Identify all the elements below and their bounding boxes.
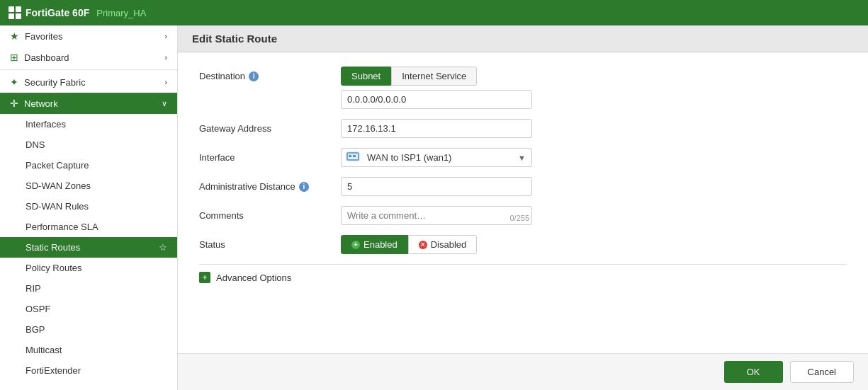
interface-select-wrap[interactable]: WAN to ISP1 (wan1) ▼ bbox=[341, 148, 532, 167]
sidebar-item-multicast[interactable]: Multicast bbox=[0, 340, 177, 360]
sidebar-subitem-label: DNS bbox=[26, 139, 45, 150]
chevron-icon: › bbox=[164, 78, 167, 86]
dashboard-icon: ⊞ bbox=[10, 52, 18, 63]
enabled-button[interactable]: Enabled bbox=[341, 235, 408, 254]
sidebar-item-label: Network bbox=[24, 98, 58, 109]
sidebar-subitem-label: Policy Routes bbox=[26, 263, 81, 273]
sidebar-subitem-label: Packet Capture bbox=[26, 160, 89, 171]
interface-controls: WAN to ISP1 (wan1) ▼ bbox=[341, 148, 532, 167]
comments-controls: 0/255 bbox=[341, 206, 532, 225]
content-header: Edit Static Route bbox=[178, 25, 868, 52]
cancel-button[interactable]: Cancel bbox=[790, 361, 854, 383]
admin-distance-info-icon[interactable]: i bbox=[299, 182, 309, 192]
sidebar-item-static-routes[interactable]: Static Routes ☆ bbox=[0, 237, 177, 258]
internet-service-button[interactable]: Internet Service bbox=[391, 67, 477, 86]
sidebar-item-ospf[interactable]: OSPF bbox=[0, 299, 177, 319]
svg-rect-3 bbox=[353, 155, 356, 157]
network-icon: ✛ bbox=[10, 98, 18, 109]
security-fabric-icon: ✦ bbox=[10, 76, 18, 88]
status-label: Status bbox=[199, 235, 341, 250]
form-area: Destination i Subnet Internet Service Ga… bbox=[178, 52, 868, 353]
sidebar-item-dns[interactable]: DNS bbox=[0, 134, 177, 155]
status-row: Status Enabled Disabled bbox=[199, 235, 847, 254]
interface-row: Interface WAN to ISP1 (wan1) bbox=[199, 148, 847, 167]
advanced-options-section[interactable]: + Advanced Options bbox=[199, 264, 847, 290]
sidebar-item-fortiextender[interactable]: FortiExtender bbox=[0, 360, 177, 381]
sidebar-item-dashboard[interactable]: ⊞ Dashboard › bbox=[0, 47, 177, 68]
sidebar-subitem-label: BGP bbox=[26, 324, 45, 335]
chevron-icon: › bbox=[164, 53, 167, 62]
gateway-input[interactable] bbox=[341, 119, 532, 138]
destination-label: Destination i bbox=[199, 67, 341, 81]
sidebar-item-label: Security Fabric bbox=[24, 77, 86, 88]
sidebar-item-label: Dashboard bbox=[24, 52, 69, 63]
sidebar-subitem-label: SD-WAN Rules bbox=[26, 201, 89, 212]
page-title: Edit Static Route bbox=[192, 33, 854, 45]
admin-distance-label: Administrative Distance i bbox=[199, 177, 341, 192]
ok-button[interactable]: OK bbox=[724, 361, 783, 383]
admin-distance-controls bbox=[341, 177, 532, 196]
interface-dropdown-arrow[interactable]: ▼ bbox=[512, 151, 531, 165]
comments-row: Comments 0/255 bbox=[199, 206, 847, 225]
advanced-label: Advanced Options bbox=[216, 273, 291, 283]
destination-controls: Subnet Internet Service bbox=[341, 67, 532, 109]
sidebar-item-performance-sla[interactable]: Performance SLA bbox=[0, 217, 177, 237]
sidebar-subitem-label: FortiExtender bbox=[26, 365, 81, 376]
gateway-controls bbox=[341, 119, 532, 138]
admin-distance-input[interactable] bbox=[341, 177, 532, 196]
disabled-dot bbox=[419, 241, 427, 249]
subnet-button[interactable]: Subnet bbox=[341, 67, 391, 86]
sidebar-subitem-label: OSPF bbox=[26, 304, 50, 314]
app-name: FortiGate 60F bbox=[26, 7, 89, 18]
sidebar-item-security-fabric[interactable]: ✦ Security Fabric › bbox=[0, 71, 177, 93]
sidebar-subitem-label: Interfaces bbox=[26, 119, 66, 130]
sidebar-item-sdwan-zones[interactable]: SD-WAN Zones bbox=[0, 176, 177, 196]
sidebar-item-network[interactable]: ✛ Network ∨ bbox=[0, 93, 177, 114]
app-logo: FortiGate 60F bbox=[9, 6, 89, 19]
destination-info-icon[interactable]: i bbox=[249, 71, 259, 81]
sidebar-item-sdwan-rules[interactable]: SD-WAN Rules bbox=[0, 196, 177, 217]
comments-label: Comments bbox=[199, 206, 341, 221]
destination-row: Destination i Subnet Internet Service bbox=[199, 67, 847, 109]
admin-distance-row: Administrative Distance i bbox=[199, 177, 847, 196]
topbar: FortiGate 60F Primary_HA bbox=[0, 0, 868, 25]
interface-value: WAN to ISP1 (wan1) bbox=[364, 149, 512, 166]
favorites-icon: ★ bbox=[10, 30, 19, 42]
grid-icon bbox=[9, 6, 21, 19]
interface-network-icon bbox=[342, 149, 364, 166]
comment-count: 0/255 bbox=[509, 214, 529, 222]
sidebar-subitem-label: Performance SLA bbox=[26, 222, 98, 232]
chevron-down-icon: ∨ bbox=[162, 99, 167, 108]
form-footer: OK Cancel bbox=[178, 353, 868, 390]
chevron-icon: › bbox=[164, 32, 167, 40]
sidebar-item-favorites[interactable]: ★ Favorites › bbox=[0, 25, 177, 47]
comment-wrap: 0/255 bbox=[341, 206, 532, 225]
sidebar-item-interfaces[interactable]: Interfaces bbox=[0, 114, 177, 134]
advanced-plus-icon: + bbox=[199, 272, 210, 283]
status-controls: Enabled Disabled bbox=[341, 235, 477, 254]
sidebar-item-policy-routes[interactable]: Policy Routes bbox=[0, 258, 177, 278]
sidebar-subitem-label: Multicast bbox=[26, 345, 62, 355]
sidebar-item-packet-capture[interactable]: Packet Capture bbox=[0, 155, 177, 176]
gateway-row: Gateway Address bbox=[199, 119, 847, 138]
disabled-button[interactable]: Disabled bbox=[408, 235, 478, 254]
sidebar-subitem-label: SD-WAN Zones bbox=[26, 180, 91, 191]
instance-name: Primary_HA bbox=[96, 8, 146, 18]
subnet-input[interactable] bbox=[341, 90, 532, 109]
sidebar: ★ Favorites › ⊞ Dashboard › ✦ Security F… bbox=[0, 25, 178, 390]
svg-rect-2 bbox=[349, 155, 351, 157]
main-area: Edit Static Route Destination i Subnet I… bbox=[178, 25, 868, 390]
sidebar-item-label: Favorites bbox=[25, 31, 62, 42]
interface-label: Interface bbox=[199, 148, 341, 163]
star-icon[interactable]: ☆ bbox=[159, 242, 167, 253]
gateway-label: Gateway Address bbox=[199, 119, 341, 134]
sidebar-item-bgp[interactable]: BGP bbox=[0, 319, 177, 340]
comment-input[interactable] bbox=[341, 206, 532, 225]
destination-type-group: Subnet Internet Service bbox=[341, 67, 532, 86]
sidebar-item-rip[interactable]: RIP bbox=[0, 278, 177, 299]
sidebar-subitem-label: Static Routes bbox=[26, 242, 80, 253]
sidebar-subitem-label: RIP bbox=[26, 283, 41, 294]
enabled-dot bbox=[351, 241, 360, 249]
status-btn-group: Enabled Disabled bbox=[341, 235, 477, 254]
